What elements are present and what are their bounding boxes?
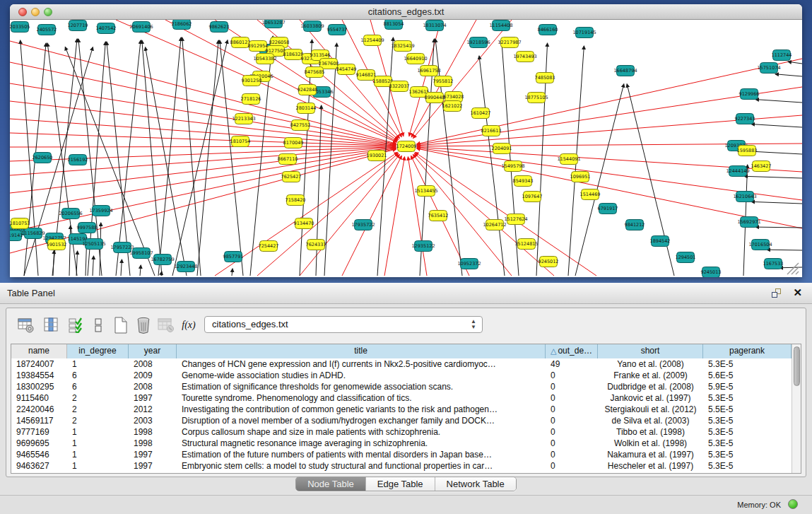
table-cell[interactable]: 0 [546,392,598,404]
function-builder-icon[interactable]: f(x) [179,315,199,335]
canvas-resize-grip[interactable] [787,263,799,274]
table-cell[interactable]: Dudbridge et al. (2008) [598,381,703,392]
window-titlebar[interactable]: citations_edges.txt [10,4,802,20]
graph-node[interactable]: 9862623 [209,22,230,33]
graph-node[interactable]: 15751074 [757,63,780,74]
table-row[interactable]: 946362711997Embryonic stem cells: a mode… [11,460,792,472]
graph-node[interactable]: 12935122 [411,241,435,252]
column-header-year[interactable]: year [129,344,177,358]
table-cell[interactable]: 0 [546,460,598,472]
graph-node[interactable]: 8466160 [538,25,558,35]
table-cell[interactable]: 6 [67,381,129,392]
table-cell[interactable]: 1998 [129,426,177,438]
table-cell[interactable]: 5.6E-5 [703,370,792,381]
graph-node[interactable]: 9242848 [298,85,318,95]
graph-edge[interactable] [627,84,674,276]
graph-hub-node[interactable]: 1724009 [396,141,417,152]
column-header-pagerank[interactable]: pagerank [703,344,792,358]
graph-node[interactable]: 1894542 [650,236,671,247]
graph-node[interactable]: 6791917 [598,204,618,214]
graph-node[interactable]: 15124815 [514,239,538,250]
graph-edge[interactable] [197,40,218,276]
table-disabled-icon[interactable] [156,315,176,335]
table-cell[interactable]: Changes of HCN gene expression and I(f) … [177,358,546,370]
table-cell[interactable]: 18300295 [11,381,67,392]
graph-node[interactable]: 7158420 [286,195,306,206]
table-row[interactable]: 969969511998Structural magnetic resonanc… [11,438,792,449]
delete-table-icon[interactable] [134,315,153,335]
graph-edge[interactable] [751,124,802,127]
graph-node[interactable]: 8475685 [305,67,325,78]
table-cell[interactable]: 2012 [129,404,177,415]
graph-edge[interactable] [502,39,519,276]
graph-node[interactable]: 7254427 [259,241,279,252]
graph-edge[interactable] [69,226,71,276]
graph-node[interactable]: 9857791 [223,252,244,262]
graph-node[interactable]: 1595883 [737,146,758,156]
graph-node[interactable]: 9227343 [735,114,755,124]
table-cell[interactable]: 1 [67,358,129,370]
graph-node[interactable]: 2033505 [10,22,30,33]
graph-node[interactable]: 9245012 [539,257,559,267]
graph-edge[interactable] [384,157,404,276]
network-view-window[interactable]: citations_edges.txt 20335052405572120771… [10,4,802,277]
scrollbar-thumb[interactable] [794,346,800,386]
float-panel-icon[interactable] [771,288,782,299]
graph-node[interactable]: 8454749 [336,64,357,75]
table-cell[interactable]: 0 [546,381,598,392]
table-cell[interactable]: Estimation of significance thresholds fo… [177,381,546,392]
table-cell[interactable]: 9463627 [11,460,67,472]
table-cell[interactable]: 0 [546,370,598,381]
graph-edge[interactable] [300,155,399,276]
graph-edge[interactable] [142,40,162,276]
table-cell[interactable]: Hescheler et al. (1997) [598,460,703,472]
graph-node[interactable]: 1514469 [580,189,601,200]
graph-node[interactable]: 2803144 [296,103,317,114]
table-cell[interactable]: 5.3E-5 [703,460,792,472]
table-cell[interactable]: 0 [546,449,598,460]
table-cell[interactable]: 9699695 [11,438,67,449]
graph-node[interactable]: 9554737 [327,25,348,35]
table-row[interactable]: 977716911998Corpus callosum shape and si… [11,426,792,438]
graph-edge[interactable] [232,269,233,276]
table-cell[interactable]: 9115460 [11,392,67,404]
table-cell[interactable]: 1 [67,426,129,438]
graph-node[interactable]: 11154408 [489,21,512,31]
graph-edge[interactable] [172,40,228,276]
table-cell[interactable]: 19384554 [11,370,67,381]
graph-node[interactable]: 10952372 [457,259,481,269]
graph-node[interactable]: 9301250 [242,76,262,86]
graph-node[interactable]: 19958107 [129,248,153,259]
table-cell[interactable]: 5.3E-5 [703,438,792,449]
graph-node[interactable]: 1810754 [230,136,251,147]
column-header-out_de[interactable]: △out_de… [546,344,598,358]
table-cell[interactable]: 2 [67,415,129,426]
graph-node[interactable]: 19743493 [513,52,536,62]
table-cell[interactable]: 1997 [129,460,177,472]
graph-edge[interactable] [408,157,427,276]
table-cell[interactable]: Estimation of the future numbers of pati… [177,449,546,460]
table-cell[interactable]: 18724007 [11,358,67,370]
graph-node[interactable]: 7625427 [281,172,302,182]
column-header-name[interactable]: name [11,344,67,358]
table-cell[interactable]: Structural magnetic resonance image aver… [177,438,546,449]
table-cell[interactable]: Embryonic stem cells: a model to study s… [177,460,546,472]
graph-node[interactable]: 8427552 [290,120,311,131]
table-cell[interactable]: 0 [546,404,598,415]
graph-node[interactable]: 18325419 [391,41,414,52]
new-table-icon[interactable] [111,315,131,335]
graph-node[interactable]: 16033809 [300,21,324,32]
graph-node[interactable]: 9841212 [625,220,645,230]
graph-edge[interactable] [107,42,130,276]
graph-edge[interactable] [788,62,802,64]
graph-node[interactable]: 11254409 [360,35,384,46]
table-cell[interactable]: 5.3E-5 [703,392,792,404]
graph-node[interactable]: 18313074 [423,21,446,31]
graph-node[interactable]: 1407542 [96,23,117,34]
graph-node[interactable]: 10543382 [253,54,276,64]
graph-node[interactable]: 15127624 [504,214,527,225]
table-cell[interactable]: 5.3E-5 [703,358,792,370]
graph-node[interactable]: 11544091 [557,154,580,165]
table-cell[interactable]: Wolkin et al. (1998) [598,438,703,449]
table-cell[interactable]: Franke et al. (2009) [598,370,703,381]
